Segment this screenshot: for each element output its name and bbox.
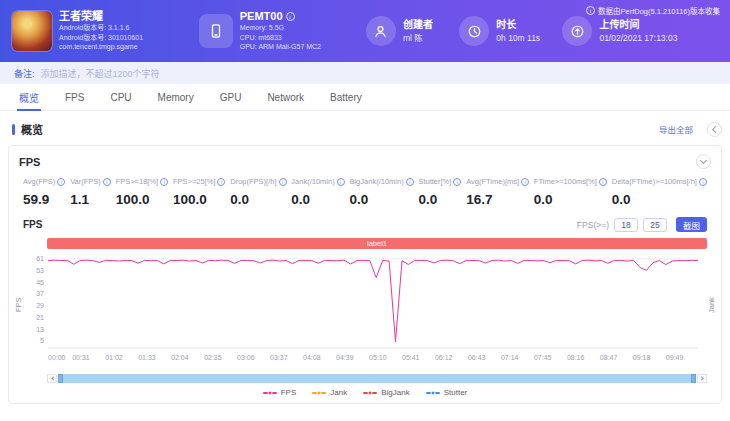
scrollbar-right-arrow[interactable] — [697, 374, 707, 383]
metric-label: Drop(FPS)[/h] — [230, 177, 276, 186]
metric-info-icon[interactable]: i — [521, 178, 529, 186]
legend-item-jank[interactable]: Jank — [312, 388, 347, 397]
chart-legend: FPSJankBigJankStutter — [9, 383, 721, 403]
svg-text:02:04: 02:04 — [171, 354, 189, 361]
tab-cpu[interactable]: CPU — [97, 84, 144, 110]
metric-2: FPS>=18[%]i100.0 — [116, 177, 169, 207]
metric-label: Avg(FPS) — [23, 177, 55, 186]
svg-text:05:10: 05:10 — [369, 354, 387, 361]
metric-info-icon[interactable]: i — [160, 178, 168, 186]
chevron-down-icon — [700, 157, 707, 164]
svg-text:06:43: 06:43 — [468, 354, 486, 361]
device-cpu: CPU: mt6833 — [240, 33, 321, 43]
svg-text:21: 21 — [36, 314, 44, 321]
metric-value: 100.0 — [173, 192, 226, 207]
collect-info: i 数据由PerfDog(5.1.210116)版本收集 — [586, 5, 720, 16]
chevron-left-icon — [712, 125, 719, 132]
info-icon: i — [586, 6, 595, 15]
tab-gpu[interactable]: GPU — [207, 84, 255, 110]
metric-info-icon[interactable]: i — [406, 178, 414, 186]
export-all-link[interactable]: 导出全部 — [659, 123, 693, 135]
chart-subtitle: FPS — [23, 219, 42, 230]
device-memory: Memory: 5.5G — [240, 23, 321, 33]
legend-item-fps[interactable]: FPS — [263, 388, 297, 397]
tab-battery[interactable]: Battery — [317, 84, 375, 110]
chart-controls: FPS FPS(>=) 18 25 截图 — [9, 215, 721, 236]
metric-label: BigJank(/10min) — [349, 177, 403, 186]
svg-text:04:08: 04:08 — [303, 354, 321, 361]
metric-info-icon[interactable]: i — [699, 178, 707, 186]
creator-section: 创建者 ml 陈 — [366, 16, 459, 46]
svg-text:00:00: 00:00 — [48, 354, 66, 361]
chart-scrollbar — [47, 374, 707, 383]
metric-label: FPS>=25[%] — [173, 177, 216, 186]
metric-label: Stutter[%] — [418, 177, 451, 186]
metric-7: Stutter[%]i0.0 — [418, 177, 461, 207]
scrollbar-track[interactable] — [58, 374, 696, 383]
screenshot-button[interactable]: 截图 — [676, 217, 707, 232]
tab-network[interactable]: Network — [254, 84, 317, 110]
metric-value: 0.0 — [349, 192, 413, 207]
metric-info-icon[interactable]: i — [337, 178, 345, 186]
metric-8: Avg(FTime)[ms]i16.7 — [466, 177, 529, 207]
metric-5: Jank(/10min)i0.0 — [291, 177, 344, 207]
metric-info-icon[interactable]: i — [103, 178, 111, 186]
metric-info-icon[interactable]: i — [453, 178, 461, 186]
phone-icon — [199, 14, 233, 48]
metric-info-icon[interactable]: i — [279, 178, 287, 186]
metric-10: Delta(FTime)>=100ms[/h]i0.0 — [612, 177, 707, 207]
creator-label: 创建者 — [403, 18, 433, 32]
svg-text:01:02: 01:02 — [105, 354, 123, 361]
tab-概览[interactable]: 概览 — [6, 84, 52, 110]
metric-value: 0.0 — [291, 192, 344, 207]
legend-marker — [312, 392, 326, 394]
device-info-icon[interactable]: i — [286, 12, 295, 21]
fps-threshold-input-1[interactable]: 18 — [614, 218, 638, 232]
collapse-fps-button[interactable] — [696, 154, 711, 169]
metric-3: FPS>=25[%]i100.0 — [173, 177, 226, 207]
creator-text: 创建者 ml 陈 — [403, 18, 433, 44]
metric-info-icon[interactable]: i — [217, 178, 225, 186]
legend-marker — [363, 392, 377, 394]
tab-bar: 概览FPSCPUMemoryGPUNetworkBattery — [0, 84, 730, 111]
report-header: 王者荣耀 Android版本号: 3.1.1.6 Android版本号: 301… — [0, 0, 730, 62]
metric-label: Jank(/10min) — [291, 177, 334, 186]
tab-memory[interactable]: Memory — [145, 84, 207, 110]
svg-text:06:12: 06:12 — [435, 354, 453, 361]
device-name: PEMT00 — [240, 10, 283, 23]
metric-info-icon[interactable]: i — [599, 178, 607, 186]
fps-card: FPS Avg(FPS)i59.9Var(FPS)i1.1FPS>=18[%]i… — [8, 145, 722, 404]
device-info-section: PEMT00 i Memory: 5.5G CPU: mt6833 GPU: A… — [199, 10, 366, 52]
metrics-row: Avg(FPS)i59.9Var(FPS)i1.1FPS>=18[%]i100.… — [9, 173, 721, 215]
section-accent-bar — [12, 124, 15, 135]
clock-icon — [459, 16, 489, 46]
svg-text:29: 29 — [36, 302, 44, 309]
svg-text:13: 13 — [36, 326, 44, 333]
legend-item-stutter[interactable]: Stutter — [426, 388, 468, 397]
svg-text:03:37: 03:37 — [270, 354, 288, 361]
scrollbar-handle-left[interactable] — [58, 374, 63, 383]
app-info-section: 王者荣耀 Android版本号: 3.1.1.6 Android版本号: 301… — [12, 10, 199, 52]
metric-value: 0.0 — [418, 192, 461, 207]
metric-value: 16.7 — [466, 192, 529, 207]
metric-value: 0.0 — [612, 192, 707, 207]
game-app-icon — [12, 11, 52, 51]
duration-value: 0h 10m 11s — [496, 32, 540, 44]
chart-canvas[interactable]: 61534537292113500:0000:3101:0201:3302:04… — [24, 251, 706, 373]
legend-label: Jank — [330, 388, 347, 397]
scrollbar-handle-right[interactable] — [691, 374, 696, 383]
note-input[interactable]: 备注: 添加描述，不超过1200个字符 — [0, 62, 730, 84]
fps-card-header: FPS — [9, 146, 721, 173]
svg-text:61: 61 — [36, 255, 44, 262]
svg-text:37: 37 — [36, 290, 44, 297]
device-info-text: PEMT00 i Memory: 5.5G CPU: mt6833 GPU: A… — [240, 10, 321, 52]
scrollbar-left-arrow[interactable] — [47, 374, 57, 383]
collapse-panel-button[interactable] — [707, 122, 722, 137]
metric-info-icon[interactable]: i — [57, 178, 65, 186]
fps-threshold-input-2[interactable]: 25 — [643, 218, 667, 232]
legend-item-bigjank[interactable]: BigJank — [363, 388, 409, 397]
legend-marker — [426, 392, 440, 394]
svg-text:08:47: 08:47 — [600, 354, 618, 361]
svg-text:53: 53 — [36, 267, 44, 274]
tab-fps[interactable]: FPS — [52, 84, 97, 110]
